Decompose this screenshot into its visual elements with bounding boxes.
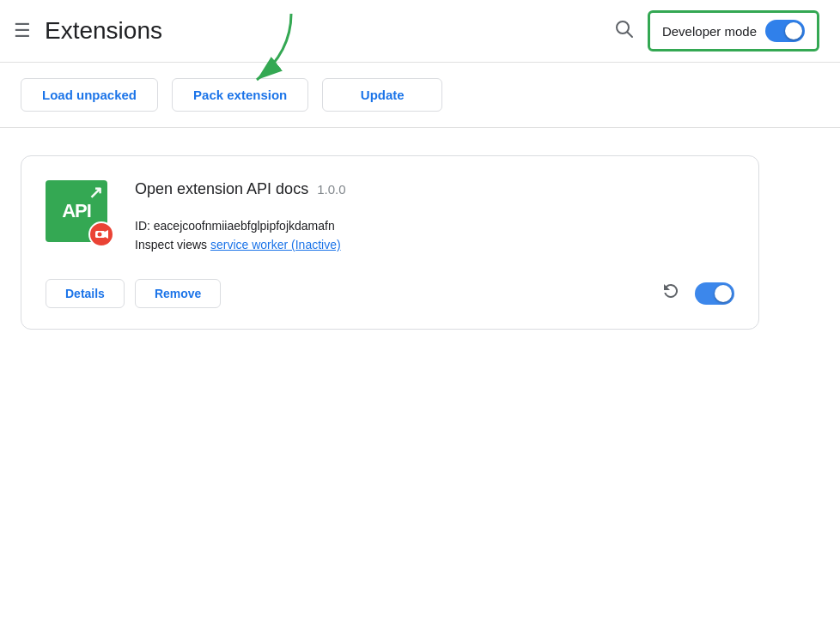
arrow-up-right-icon: ↗ — [88, 184, 103, 201]
pack-extension-container: Pack extension — [172, 78, 308, 112]
reload-icon[interactable] — [660, 281, 681, 306]
id-label: ID: — [135, 219, 150, 233]
header: ☰ Extensions Developer mode — [0, 0, 840, 63]
extension-id: ID: eacejcoofnmiiaebfglpipfojkdamafn — [135, 219, 734, 233]
pack-extension-button[interactable]: Pack extension — [172, 78, 308, 112]
header-right: Developer mode — [613, 10, 819, 52]
card-actions: Details Remove — [46, 279, 221, 308]
hamburger-icon[interactable]: ☰ — [14, 21, 31, 40]
header-left: ☰ Extensions — [14, 17, 162, 45]
svg-point-4 — [98, 233, 102, 237]
developer-mode-box: Developer mode — [648, 10, 819, 52]
ext-toggle-thumb — [715, 285, 732, 302]
card-top: API ↗ Open extension API docs 1 — [46, 180, 734, 251]
service-worker-link[interactable]: service worker (Inactive) — [210, 238, 341, 251]
details-button[interactable]: Details — [46, 279, 125, 308]
extension-version: 1.0.0 — [317, 182, 345, 197]
card-footer-right — [660, 281, 734, 306]
extension-inspect: Inspect views service worker (Inactive) — [135, 238, 734, 251]
search-icon[interactable] — [613, 18, 634, 44]
main-content: API ↗ Open extension API docs 1 — [0, 128, 840, 357]
load-unpacked-button[interactable]: Load unpacked — [21, 78, 158, 112]
svg-line-1 — [627, 33, 632, 38]
api-icon-text: API — [62, 200, 91, 222]
developer-mode-label: Developer mode — [662, 24, 757, 39]
remove-button[interactable]: Remove — [135, 279, 221, 308]
extension-icon-wrapper: API ↗ — [46, 180, 114, 249]
extension-enable-toggle[interactable] — [695, 282, 734, 305]
record-badge — [88, 221, 114, 247]
card-footer: Details Remove — [46, 272, 734, 308]
extension-info: Open extension API docs 1.0.0 ID: eacejc… — [135, 180, 734, 251]
extension-card: API ↗ Open extension API docs 1 — [21, 155, 759, 330]
id-value: eacejcoofnmiiaebfglpipfojkdamafn — [154, 219, 335, 233]
toggle-thumb — [785, 22, 802, 39]
toolbar: Load unpacked Pack extension Update — [0, 63, 840, 128]
inspect-label: Inspect views — [135, 238, 207, 251]
page-title: Extensions — [45, 17, 162, 45]
extension-name-row: Open extension API docs 1.0.0 — [135, 180, 734, 198]
svg-marker-5 — [105, 230, 108, 239]
developer-mode-toggle[interactable] — [765, 20, 805, 42]
update-button[interactable]: Update — [322, 78, 442, 112]
extension-meta: ID: eacejcoofnmiiaebfglpipfojkdamafn Ins… — [135, 219, 734, 251]
extension-name: Open extension API docs — [135, 180, 308, 198]
